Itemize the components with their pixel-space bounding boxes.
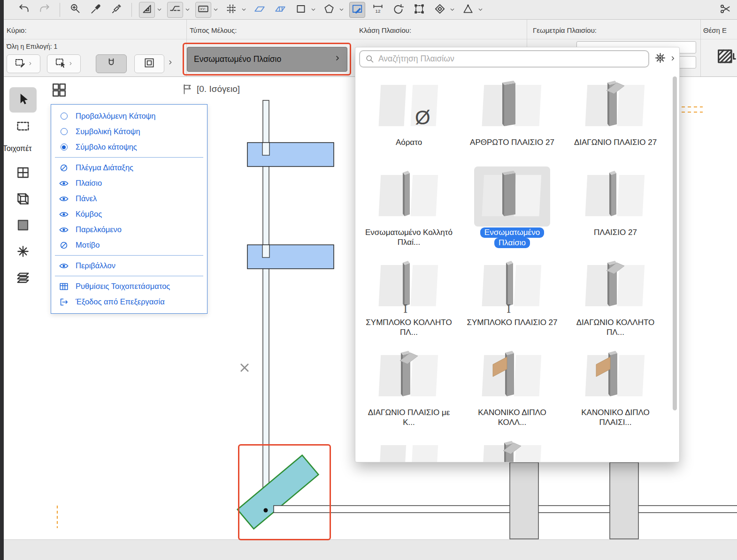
chevron-down-icon[interactable] (477, 2, 484, 18)
menu-divider (55, 255, 203, 256)
stack-layers-tool-button[interactable] (12, 269, 34, 288)
chevron-down-icon[interactable] (184, 2, 191, 18)
frame-type-item[interactable]: ΚΑΝΟΝΙΚΟ ΔΙΠΛΟ ΠΛΑΙΣΙ... (569, 347, 661, 437)
node-star-tool-button[interactable] (12, 243, 34, 262)
shape-polygon-button[interactable] (321, 2, 337, 18)
plan-mode-option[interactable]: Συμβολική Κάτοψη (51, 124, 207, 139)
box-3d-tool-button[interactable] (12, 190, 34, 209)
frame-type-item[interactable]: IΣΥΜΠΛΟΚΟ ΚΟΛΛΗΤΟ ΠΛ... (363, 257, 455, 347)
panel-grid-icon (15, 165, 31, 182)
svg-text:XY:: XY: (200, 7, 206, 11)
scissors-button[interactable] (717, 2, 733, 18)
frame-thumbnail (371, 166, 447, 227)
chevron-right-icon[interactable] (167, 59, 174, 68)
layer-visibility-toggle[interactable]: Πάνελ (51, 191, 207, 206)
chevron-down-icon[interactable] (310, 2, 316, 18)
eyedropper-button[interactable] (88, 2, 104, 18)
marquee-tool-button[interactable] (12, 118, 34, 136)
frame-type-item[interactable]: ΕνσωματωμένοΠλαίσιο (466, 166, 558, 257)
frame-thumbnail (577, 347, 653, 407)
frame-type-item[interactable]: ΑΡΘΡΩΤΟ ΠΛΑΙΣΙΟ 27 (466, 76, 558, 166)
eye-icon (58, 260, 69, 272)
scrollbar-thumb[interactable] (673, 76, 677, 410)
chevron-down-icon[interactable] (338, 2, 345, 18)
section-label-frame-position: Θέση Ε (703, 26, 727, 34)
grid-view-button[interactable] (51, 82, 72, 101)
chevron-down-icon[interactable] (449, 2, 455, 18)
svg-text:I: I (403, 303, 407, 316)
table-grid-menu-item[interactable]: Ρυθμίσεις Τοιχοπετάσματος (51, 279, 207, 294)
panel-grid-tool-button[interactable] (12, 164, 34, 183)
selection-info: Όλη η Επιλογή: 1 (7, 43, 57, 50)
work-plane-alt-button[interactable] (272, 2, 288, 18)
snap-grid-icon (225, 3, 238, 17)
chevron-down-icon[interactable] (156, 2, 162, 18)
work-plane-button[interactable] (252, 2, 268, 18)
edit-plan-button[interactable] (349, 2, 365, 18)
shape-square-button[interactable] (293, 2, 309, 18)
edit-plan-icon (351, 3, 363, 17)
eye-crossed-icon (58, 240, 69, 251)
environment-visibility-toggle[interactable]: Περιβάλλον (51, 258, 207, 273)
fill-square-tool-button[interactable] (12, 217, 34, 235)
layer-visibility-toggle[interactable]: Κόμβος (51, 206, 207, 222)
frame-type-item[interactable] (363, 437, 455, 462)
toolbar-separator (131, 3, 132, 17)
menu-item-label: Προβαλλόμενη Κάτοψη (76, 112, 156, 121)
frame-thumbnail: I (474, 257, 550, 317)
plan-mode-option[interactable]: Σύμβολο κάτοψης (51, 139, 207, 155)
layer-visibility-toggle[interactable]: Πλαίσιο (51, 175, 207, 191)
frame-thumbnail (577, 257, 653, 317)
zoom-pick-button[interactable] (67, 2, 83, 18)
search-input[interactable] (378, 54, 644, 64)
magnet-button[interactable] (96, 54, 127, 73)
gear-icon[interactable] (654, 52, 669, 67)
shape-polygon-icon (323, 3, 335, 17)
delta-button[interactable] (460, 2, 476, 18)
rotate-button[interactable] (391, 2, 407, 18)
plan-mode-option[interactable]: Προβαλλόμενη Κάτοψη (51, 108, 207, 124)
frame-type-item[interactable]: ΚΑΝΟΝΙΚΟ ΔΙΠΛΟ ΚΟΛΛ... (466, 347, 558, 437)
marquee-pen-button[interactable] (7, 54, 40, 73)
frame-type-item[interactable]: ΔΙΑΓΩΝΙΟ ΚΟΛΛΗΤΟ ΠΛ... (569, 257, 661, 347)
guide-lines-button[interactable] (167, 2, 183, 18)
chevron-down-icon[interactable] (213, 2, 219, 18)
coordinates-button[interactable]: XY: (195, 2, 211, 18)
ribbon-rule (0, 39, 737, 39)
frame-type-item[interactable]: ΔΙΑΓΩΝΙΟ ΠΛΑΙΣΙΟ με Κ... (363, 347, 455, 437)
magnet-icon (105, 57, 117, 71)
frame-type-item[interactable]: ΔΙΑΓΩΝΙΟ ΠΛΑΙΣΙΟ 27 (569, 76, 661, 166)
frame-type-item[interactable]: ØΑόρατο (363, 76, 455, 166)
dimension-button[interactable]: 12 (370, 2, 386, 18)
undo-button[interactable] (16, 2, 32, 18)
marquee-cursor-button[interactable] (47, 54, 81, 73)
inject-parameters-icon (110, 3, 123, 17)
frame-position-button[interactable] (716, 46, 737, 68)
frame-type-item[interactable]: IΣΥΜΠΛΟΚΟ ΠΛΑΙΣΙΟ 27 (466, 257, 558, 347)
frame-square-button[interactable] (134, 54, 164, 73)
layers-diamond-button[interactable] (432, 2, 448, 18)
canvas-bottom-margin (0, 539, 737, 560)
pointer-tool-button[interactable] (9, 87, 37, 113)
pointer-icon (15, 91, 31, 108)
set-square-button[interactable] (139, 2, 155, 18)
frame-thumbnail: I (371, 257, 447, 317)
frame-type-item[interactable]: ΠΛΑΙΣΙΟ 27 (569, 166, 661, 257)
box-3d-icon (15, 191, 31, 208)
redo-button (37, 2, 53, 18)
group-nodes-button[interactable] (411, 2, 427, 18)
frame-type-label: ΚΑΝΟΝΙΚΟ ΔΙΠΛΟ ΠΛΑΙΣΙ... (569, 408, 661, 427)
chevron-right-icon[interactable] (669, 55, 677, 62)
layer-visibility-toggle[interactable]: Μοτίβο (51, 237, 207, 253)
frame-type-item[interactable] (466, 437, 558, 462)
marquee-pen-icon (14, 57, 26, 71)
layer-visibility-toggle[interactable]: Παρελκόμενο (51, 222, 207, 237)
inject-parameters-button[interactable] (108, 2, 124, 18)
chevron-down-icon[interactable] (241, 2, 247, 18)
snap-grid-button[interactable] (223, 2, 239, 18)
frame-type-item[interactable]: Ενσωματωμένο Κολλητό Πλαί... (363, 166, 455, 257)
eyedropper-icon (90, 3, 102, 17)
frame-type-label: ΣΥΜΠΛΟΚΟ ΠΛΑΙΣΙΟ 27 (466, 318, 558, 327)
exit-menu-item[interactable]: Έξοδος από Επεξεργασία (51, 294, 207, 310)
layer-visibility-toggle[interactable]: Πλέγμα Διάταξης (51, 160, 207, 175)
